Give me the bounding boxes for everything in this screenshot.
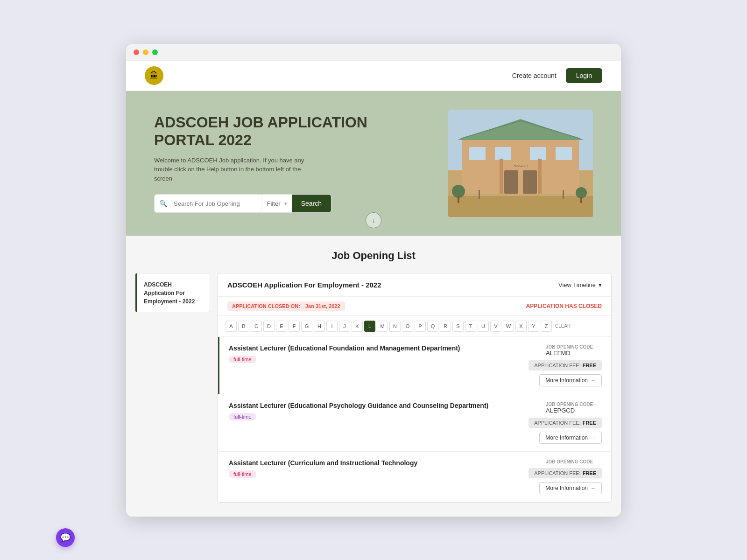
alpha-btn-O[interactable]: O: [402, 321, 413, 332]
alpha-btn-T[interactable]: T: [465, 321, 476, 332]
alpha-btn-M[interactable]: M: [377, 321, 388, 332]
alpha-btn-J[interactable]: J: [339, 321, 350, 332]
search-input[interactable]: [172, 195, 261, 212]
svg-rect-9: [530, 147, 546, 160]
job-item-name: Assistant Lecturer (Educational Foundati…: [229, 344, 499, 352]
browser-chrome: [126, 44, 621, 61]
building-image: ADSCOEH: [448, 110, 593, 217]
job-type-badge: full-time: [229, 356, 256, 363]
arrow-icon: →: [591, 485, 596, 491]
svg-rect-6: [523, 170, 537, 194]
alpha-clear-button[interactable]: CLEAR: [553, 323, 572, 329]
job-type-badge: full-time: [229, 470, 256, 478]
alpha-btn-V[interactable]: V: [490, 321, 501, 332]
alpha-btn-E[interactable]: E: [276, 321, 287, 332]
job-code-col: JOB OPENING CODE ALEPGCD: [546, 402, 602, 414]
alpha-btn-L[interactable]: L: [364, 321, 375, 332]
job-item-info: Assistant Lecturer (Educational Psycholo…: [229, 402, 499, 420]
filter-select[interactable]: Filter: [261, 195, 292, 212]
login-button[interactable]: Login: [566, 68, 602, 83]
search-button[interactable]: Search: [292, 195, 331, 212]
alpha-btn-C[interactable]: C: [251, 321, 262, 332]
hero-subtitle: Welcome to ADSCOEH Job application. If y…: [154, 156, 313, 183]
dot-red[interactable]: [134, 49, 139, 55]
more-info-label: More Information: [545, 485, 588, 491]
job-type-badge: full-time: [229, 413, 256, 420]
filter-wrap: Filter ▼: [261, 195, 292, 212]
alpha-btn-Y[interactable]: Y: [528, 321, 539, 332]
alpha-btn-Z[interactable]: Z: [541, 321, 552, 332]
job-section: Job Opening List ADSCOEH Application For…: [126, 236, 621, 517]
hero-section: ADSCOEH JOB APPLICATION PORTAL 2022 Welc…: [126, 91, 621, 236]
view-timeline-label: View Timeline: [558, 281, 596, 288]
hero-title: ADSCOEH JOB APPLICATION PORTAL 2022: [154, 113, 430, 149]
fee-value: FREE: [583, 420, 596, 426]
app-closed-text: APPLICATION HAS CLOSED: [526, 303, 602, 309]
alpha-btn-I[interactable]: I: [326, 321, 338, 332]
search-bar: 🔍 Filter ▼ Search: [154, 194, 331, 213]
more-info-button[interactable]: More Information →: [539, 432, 602, 444]
create-account-link[interactable]: Create account: [512, 72, 557, 79]
alpha-btn-U[interactable]: U: [478, 321, 489, 332]
app-fee-button: APPLICATION FEE: FREE: [529, 360, 602, 371]
fee-value: FREE: [583, 470, 596, 476]
more-info-label: More Information: [545, 434, 588, 441]
svg-rect-19: [479, 190, 480, 199]
more-info-button[interactable]: More Information →: [539, 374, 602, 386]
chat-icon: 💬: [60, 532, 70, 543]
svg-rect-8: [495, 147, 511, 160]
alpha-btn-X[interactable]: X: [515, 321, 527, 332]
job-item: Assistant Lecturer (Educational Psycholo…: [218, 394, 611, 452]
alpha-btn-K[interactable]: K: [352, 321, 363, 332]
arrow-icon: →: [591, 378, 596, 383]
navbar: 🏛 Create account Login: [126, 61, 621, 91]
dot-yellow[interactable]: [143, 49, 148, 55]
job-code-col: JOB OPENING CODE ALEFMD: [546, 344, 602, 357]
chat-bubble-button[interactable]: 💬: [56, 528, 75, 547]
job-layout: ADSCOEH Application For Employment - 202…: [135, 273, 612, 503]
svg-rect-18: [580, 197, 582, 203]
alpha-btn-B[interactable]: B: [238, 321, 249, 332]
alpha-btn-R[interactable]: R: [440, 321, 451, 332]
more-info-button[interactable]: More Information →: [539, 482, 602, 494]
job-opening-label: JOB OPENING CODE: [546, 459, 602, 464]
svg-rect-7: [469, 147, 486, 160]
job-sidebar: ADSCOEH Application For Employment - 202…: [135, 273, 210, 312]
hero-image: ADSCOEH: [448, 110, 593, 217]
job-item-right: JOB OPENING CODE ALEFMD APPLICATION FEE:…: [499, 344, 602, 386]
svg-point-15: [452, 185, 465, 198]
alpha-btn-W[interactable]: W: [503, 321, 514, 332]
job-item: Assistant Lecturer (Curriculum and Instr…: [218, 452, 611, 502]
alpha-btn-F[interactable]: F: [289, 321, 300, 332]
closed-date: Jan 31st, 2022: [305, 303, 340, 309]
dot-green[interactable]: [152, 49, 158, 55]
view-timeline-button[interactable]: View Timeline ▾: [558, 281, 602, 288]
alpha-btn-N[interactable]: N: [389, 321, 401, 332]
svg-rect-16: [458, 196, 459, 203]
arrow-icon: →: [591, 435, 596, 441]
search-icon: 🔍: [155, 200, 172, 207]
alpha-btn-P[interactable]: P: [415, 321, 426, 332]
alpha-btn-G[interactable]: G: [301, 321, 312, 332]
alpha-btn-Q[interactable]: Q: [427, 321, 438, 332]
job-item-name: Assistant Lecturer (Educational Psycholo…: [229, 402, 499, 409]
scroll-down-button[interactable]: ↓: [366, 212, 381, 228]
job-item-name: Assistant Lecturer (Curriculum and Instr…: [229, 459, 499, 467]
svg-rect-10: [556, 147, 572, 160]
navbar-actions: Create account Login: [512, 68, 602, 83]
alpha-btn-D[interactable]: D: [263, 321, 275, 332]
job-code-col: JOB OPENING CODE: [546, 459, 602, 464]
alpha-btn-S[interactable]: S: [452, 321, 464, 332]
sidebar-card[interactable]: ADSCOEH Application For Employment - 202…: [135, 273, 210, 312]
svg-rect-5: [504, 170, 518, 194]
job-items-container: Assistant Lecturer (Educational Foundati…: [218, 337, 611, 502]
job-opening-code: ALEFMD: [546, 350, 602, 357]
app-fee-button: APPLICATION FEE: FREE: [529, 468, 602, 478]
alpha-btn-H[interactable]: H: [314, 321, 325, 332]
job-opening-label: JOB OPENING CODE: [546, 344, 602, 350]
alpha-btn-A[interactable]: A: [226, 321, 237, 332]
closed-badge: APPLICATION CLOSED ON: Jan 31st, 2022: [227, 301, 345, 311]
section-title: Job Opening List: [135, 250, 612, 262]
svg-rect-11: [500, 159, 503, 194]
svg-rect-20: [563, 190, 564, 199]
